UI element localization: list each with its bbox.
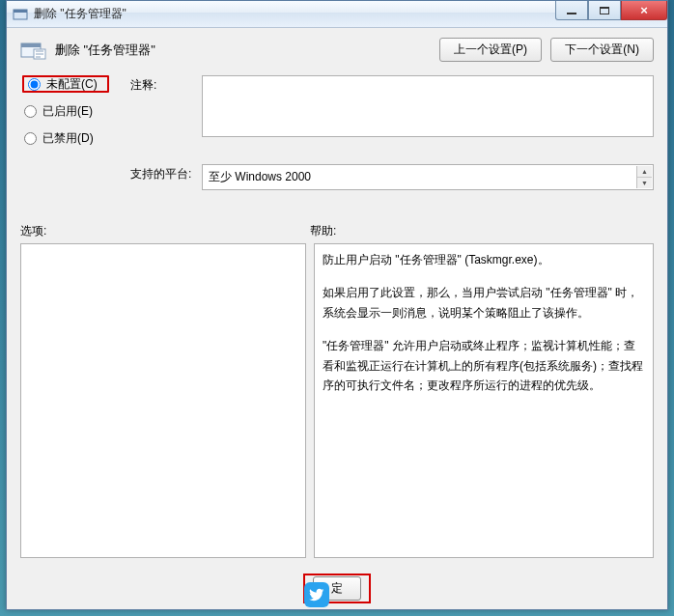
nav-buttons: 上一个设置(P) 下一个设置(N)	[434, 38, 654, 62]
help-paragraph: "任务管理器" 允许用户启动或终止程序；监视计算机性能；查看和监视正运行在计算机…	[323, 336, 645, 395]
spinner-up-icon[interactable]: ▲	[637, 166, 652, 178]
maximize-button[interactable]	[588, 1, 621, 20]
radio-not-configured-input[interactable]	[28, 78, 41, 91]
radio-enabled-input[interactable]	[24, 105, 37, 118]
window-title: 删除 "任务管理器"	[34, 6, 126, 22]
policy-editor-window: 删除 "任务管理器" × 删除 "任务管理器" 上一个设置(P) 下一个设置(N…	[6, 0, 668, 610]
comment-textarea[interactable]	[202, 75, 654, 137]
radio-disabled[interactable]: 已禁用(D)	[22, 129, 126, 147]
window-controls: ×	[555, 1, 667, 20]
platform-spinner[interactable]: ▲ ▼	[636, 166, 652, 188]
platform-field-wrap: 至少 Windows 2000 ▲ ▼	[202, 164, 654, 190]
panes: 防止用户启动 "任务管理器" (Taskmgr.exe)。 如果启用了此设置，那…	[20, 243, 654, 558]
overlay-twitter-icon	[304, 582, 329, 607]
config-grid: 未配置(C) 已启用(E) 已禁用(D) 注释: 支持的平台: 至少 W	[20, 75, 654, 190]
policy-icon	[20, 40, 47, 61]
close-icon: ×	[640, 4, 648, 16]
radio-group: 未配置(C) 已启用(E) 已禁用(D)	[20, 75, 126, 156]
help-paragraph: 如果启用了此设置，那么，当用户尝试启动 "任务管理器" 时，系统会显示一则消息，…	[323, 283, 645, 322]
footer: 定	[7, 574, 667, 603]
platform-label: 支持的平台:	[130, 164, 198, 190]
platform-field[interactable]: 至少 Windows 2000 ▲ ▼	[202, 164, 654, 190]
minimize-button[interactable]	[555, 1, 588, 20]
app-icon	[13, 7, 28, 22]
prev-setting-button[interactable]: 上一个设置(P)	[439, 38, 542, 62]
titlebar: 删除 "任务管理器" ×	[7, 1, 667, 28]
radio-not-configured-label: 未配置(C)	[46, 76, 98, 93]
comment-label: 注释:	[130, 75, 198, 156]
close-button[interactable]: ×	[621, 1, 667, 20]
options-pane[interactable]	[20, 243, 306, 558]
options-label: 选项:	[20, 223, 310, 239]
radio-disabled-input[interactable]	[24, 132, 37, 145]
radio-disabled-label: 已禁用(D)	[42, 130, 94, 147]
minimize-icon	[567, 13, 576, 14]
comment-field-wrap	[202, 75, 654, 156]
svg-rect-3	[21, 43, 41, 47]
content-area: 删除 "任务管理器" 上一个设置(P) 下一个设置(N) 未配置(C) 已启用(…	[7, 28, 667, 566]
radio-enabled-label: 已启用(E)	[42, 103, 93, 120]
radio-enabled[interactable]: 已启用(E)	[22, 102, 126, 120]
help-paragraph: 防止用户启动 "任务管理器" (Taskmgr.exe)。	[323, 250, 645, 269]
spinner-down-icon[interactable]: ▼	[637, 178, 652, 188]
help-label: 帮助:	[310, 223, 336, 239]
platform-value: 至少 Windows 2000	[209, 170, 311, 183]
header-row: 删除 "任务管理器" 上一个设置(P) 下一个设置(N)	[20, 38, 654, 62]
radio-not-configured[interactable]: 未配置(C)	[22, 75, 109, 93]
help-pane[interactable]: 防止用户启动 "任务管理器" (Taskmgr.exe)。 如果启用了此设置，那…	[314, 243, 654, 558]
svg-rect-1	[14, 10, 27, 13]
section-labels: 选项: 帮助:	[20, 223, 654, 239]
policy-title: 删除 "任务管理器"	[55, 42, 155, 59]
maximize-icon	[600, 7, 609, 14]
next-setting-button[interactable]: 下一个设置(N)	[550, 38, 654, 62]
